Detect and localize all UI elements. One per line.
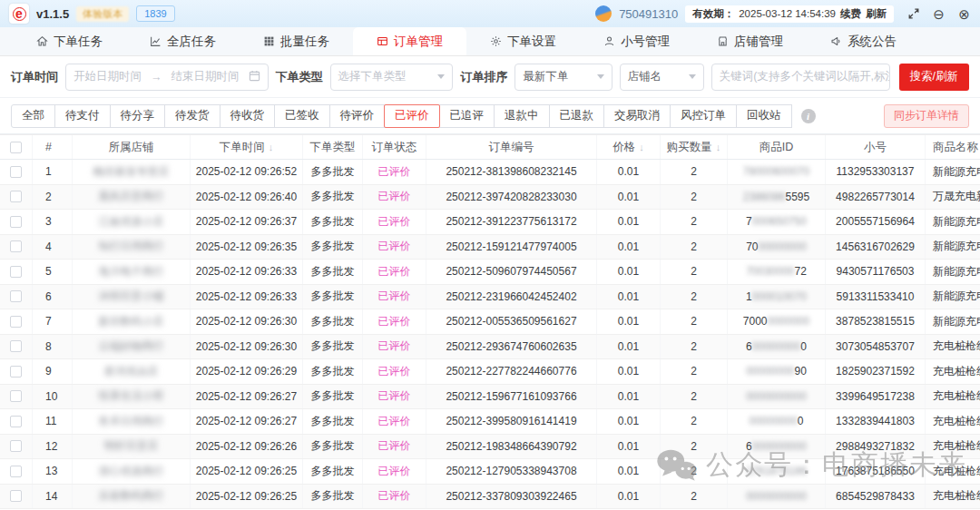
nav-item-0[interactable]: 下单任务 xyxy=(13,27,126,55)
date-range-picker[interactable]: 开始日期时间 → 结束日期时间 xyxy=(65,64,269,91)
shop-name: 海川电子商行 xyxy=(73,260,191,284)
order-number: 250212-005536509561627 xyxy=(426,309,597,334)
row-checkbox-cell xyxy=(0,285,33,309)
close-icon[interactable]: ⊗ xyxy=(957,7,971,21)
status-tab-9[interactable]: 退款中 xyxy=(494,104,550,128)
status-tab-5[interactable]: 已签收 xyxy=(274,104,330,128)
order-type-label: 下单类型 xyxy=(276,69,323,85)
row-checkbox[interactable] xyxy=(10,390,22,402)
status-tab-7[interactable]: 已评价 xyxy=(384,104,440,128)
keyword-input[interactable]: 关键词(支持多个关键词以隔开,标注模糊的不 xyxy=(711,64,890,91)
row-checkbox[interactable] xyxy=(10,340,22,352)
nav-item-2[interactable]: 批量任务 xyxy=(240,27,353,55)
row-checkbox[interactable] xyxy=(10,266,22,278)
status-tab-4[interactable]: 待收货 xyxy=(220,104,276,128)
nav-item-label: 系统公告 xyxy=(848,34,897,50)
order-status: 已评价 xyxy=(363,435,426,459)
product-name: 新能源充电 xyxy=(926,210,980,234)
fullscreen-icon[interactable] xyxy=(906,7,920,21)
search-refresh-button[interactable]: 搜索/刷新 xyxy=(899,64,969,91)
sort-icon[interactable]: ↓ xyxy=(639,142,644,152)
order-number: 250212-127905338943708 xyxy=(426,459,597,484)
row-index: 3 xyxy=(33,210,73,234)
row-checkbox[interactable] xyxy=(10,166,22,178)
order-number: 250212-227782244660776 xyxy=(426,359,597,384)
order-type: 多多批发 xyxy=(303,160,363,184)
row-checkbox[interactable] xyxy=(10,316,22,328)
product-name: 充电桩枪线 xyxy=(926,409,980,434)
order-number: 250212-293674760602635 xyxy=(426,335,597,359)
calendar-icon xyxy=(249,70,260,84)
minimize-icon[interactable]: ⊖ xyxy=(932,7,946,21)
row-checkbox-cell xyxy=(0,160,33,184)
row-checkbox[interactable] xyxy=(10,416,22,427)
nav-item-4[interactable]: 下单设置 xyxy=(466,27,580,55)
sort-desc-icon[interactable]: ↓ xyxy=(269,142,274,152)
table-row: 12明轩百货店2025-02-12 09:26:26多多批发已评价250212-… xyxy=(0,435,980,460)
nav-item-7[interactable]: 系统公告 xyxy=(807,27,920,55)
table-body: 1梅语家居专营店2025-02-12 09:26:52多多批发已评价250212… xyxy=(0,160,980,509)
order-status: 已评价 xyxy=(363,185,426,210)
row-checkbox[interactable] xyxy=(10,191,22,202)
renew-link[interactable]: 续费 xyxy=(840,7,861,21)
order-time: 2025-02-12 09:26:27 xyxy=(191,409,303,434)
order-type-select[interactable]: 选择下单类型 xyxy=(330,64,454,91)
row-checkbox[interactable] xyxy=(10,466,22,477)
product-name: 充电桩枪线 xyxy=(926,485,980,509)
status-tab-8[interactable]: 已追评 xyxy=(439,104,495,128)
row-checkbox[interactable] xyxy=(10,366,22,378)
shop-name: 青禾日用商行 xyxy=(73,409,191,434)
status-tab-10[interactable]: 已退款 xyxy=(549,104,605,128)
header-price[interactable]: 价格↓ xyxy=(597,135,661,159)
status-tab-0[interactable]: 全部 xyxy=(11,104,55,128)
header-qty[interactable]: 购买数量↓ xyxy=(661,135,728,159)
row-checkbox[interactable] xyxy=(10,440,22,452)
status-tab-3[interactable]: 待发货 xyxy=(164,104,220,128)
row-checkbox-cell xyxy=(0,409,33,434)
row-checkbox[interactable] xyxy=(10,290,22,302)
table-row: 13澄心优选商行2025-02-12 09:26:25多多批发已评价250212… xyxy=(0,459,980,485)
nav-item-6[interactable]: 店铺管理 xyxy=(693,27,807,55)
status-tab-1[interactable]: 待支付 xyxy=(54,104,111,128)
avatar xyxy=(595,5,612,22)
nav-item-label: 下单设置 xyxy=(507,34,556,50)
order-type: 多多批发 xyxy=(303,435,363,459)
status-tab-11[interactable]: 交易取消 xyxy=(603,104,671,128)
shop-name-select[interactable]: 店铺名 xyxy=(620,64,704,91)
status-tab-2[interactable]: 待分享 xyxy=(110,104,166,128)
order-sort-select[interactable]: 最新下单 xyxy=(514,64,612,91)
row-checkbox-cell xyxy=(0,385,33,409)
quantity: 2 xyxy=(661,160,728,184)
row-checkbox[interactable] xyxy=(10,216,22,228)
order-time: 2025-02-12 09:26:40 xyxy=(191,185,303,210)
header-order-no: 订单编号 xyxy=(426,135,597,159)
product-id: 78000600070 xyxy=(728,160,826,184)
order-type: 多多批发 xyxy=(303,309,363,334)
sort-icon[interactable]: ↓ xyxy=(716,142,721,152)
order-type: 多多批发 xyxy=(303,485,363,509)
order-management-window: e v1.1.5 体验版本 1839 750491310 有效期： 2025-0… xyxy=(0,0,980,510)
row-checkbox[interactable] xyxy=(10,240,22,252)
nav-item-1[interactable]: 全店任务 xyxy=(126,27,240,55)
status-tab-12[interactable]: 风控订单 xyxy=(670,104,737,128)
nav-item-5[interactable]: 小号管理 xyxy=(580,27,693,55)
refresh-link[interactable]: 刷新 xyxy=(866,7,887,21)
order-time-label: 订单时间 xyxy=(11,69,58,85)
order-time: 2025-02-12 09:26:52 xyxy=(191,160,303,184)
sub-account-id: 5913311533410 xyxy=(826,285,926,309)
row-checkbox[interactable] xyxy=(10,490,22,502)
order-type: 多多批发 xyxy=(303,210,363,234)
info-icon[interactable]: i xyxy=(801,109,816,123)
status-tab-13[interactable]: 回收站 xyxy=(736,104,792,128)
order-type: 多多批发 xyxy=(303,285,363,309)
order-number: 250212-391223775613172 xyxy=(426,210,597,234)
row-checkbox-cell xyxy=(0,359,33,384)
nav-item-3[interactable]: 订单管理 xyxy=(353,27,466,55)
sync-order-details-button[interactable]: 同步订单详情 xyxy=(884,104,969,128)
product-name: 充电桩枪线 xyxy=(926,359,980,384)
select-all-checkbox[interactable] xyxy=(10,142,22,153)
order-number: 250212-337809303922465 xyxy=(426,485,597,509)
header-time[interactable]: 下单时间↓ xyxy=(191,135,303,159)
row-index: 10 xyxy=(33,385,73,409)
status-tab-6[interactable]: 待评价 xyxy=(329,104,386,128)
